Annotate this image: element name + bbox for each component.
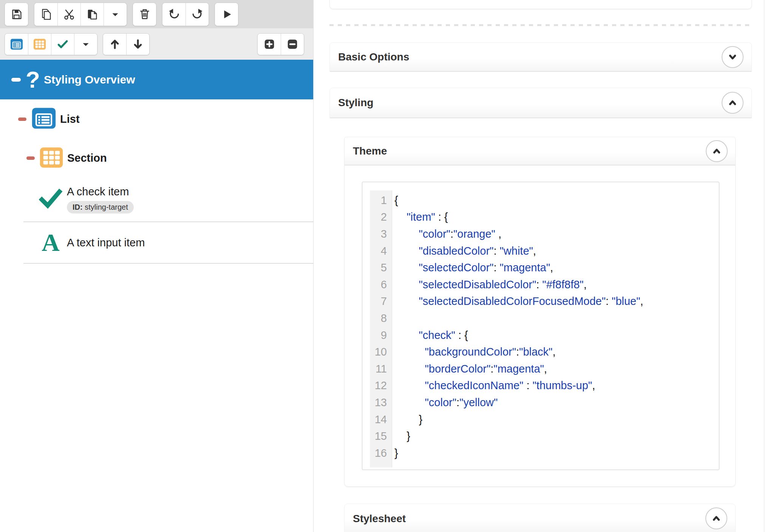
caret-down-icon [79, 38, 92, 51]
code-text: "item" : { [392, 211, 448, 223]
arrow-up-button[interactable] [103, 34, 126, 55]
tree-item-text-input[interactable]: A A text input item [0, 222, 313, 263]
check-icon [39, 187, 62, 212]
styling-collapse-button[interactable] [722, 92, 744, 114]
plus-button[interactable] [258, 34, 281, 55]
redo-button[interactable] [186, 3, 209, 26]
theme-header[interactable]: Theme [345, 137, 735, 165]
toolbar-group [5, 33, 97, 55]
arrow-up-icon [108, 38, 121, 51]
code-text: "selectedDisabledColor": "#f8f8f8", [392, 278, 587, 291]
section-title: Stylesheet [353, 513, 406, 525]
toolbar-group [215, 3, 238, 26]
code-line: 3 "color":"orange" , [370, 226, 717, 243]
stylesheet-collapse-button[interactable] [705, 507, 727, 529]
copy-icon [40, 8, 53, 21]
chevron-up-icon [711, 145, 722, 157]
undo-icon [168, 8, 181, 21]
paste-button[interactable] [80, 3, 104, 26]
tree-item-list[interactable]: List [0, 99, 313, 139]
plus-icon [263, 38, 276, 51]
code-line: 10 "backgroundColor":"black", [370, 343, 717, 360]
code-text: } [392, 413, 422, 426]
tree-item-styling-overview[interactable]: ? Styling Overview [0, 60, 313, 99]
caret-down-button[interactable] [74, 34, 97, 55]
arrow-down-icon [131, 38, 144, 51]
item-toolbar-left [5, 33, 150, 55]
tree-divider [23, 263, 313, 264]
form-designer-app: ? Styling Overview List [0, 0, 773, 532]
section-title: Theme [353, 145, 387, 157]
code-text: "borderColor":"magenta", [392, 363, 547, 375]
code-text: "disabledColor": "white", [392, 245, 536, 257]
caret-down-button[interactable] [104, 3, 127, 26]
section-title: Basic Options [338, 51, 409, 63]
collapse-icon[interactable] [18, 118, 26, 121]
stylesheet-header[interactable]: Stylesheet [344, 504, 736, 532]
code-line: 9 "check" : { [370, 327, 717, 344]
item-toolbar [0, 28, 313, 60]
toolbar-group [162, 3, 209, 26]
code-text: "backgroundColor":"black", [392, 346, 555, 358]
theme-collapse-button[interactable] [706, 140, 728, 162]
grid-button[interactable] [28, 34, 51, 55]
tree-item-check[interactable]: A check item ID: styling-target [0, 178, 313, 221]
line-number: 14 [370, 413, 392, 426]
arrow-down-button[interactable] [126, 34, 149, 55]
save-icon [10, 8, 23, 21]
play-button[interactable] [215, 3, 238, 26]
save-button[interactable] [5, 3, 28, 26]
dashed-separator [329, 24, 752, 26]
list-button[interactable] [5, 34, 28, 55]
code-line: 7 "selectedDisabledColorFocusedMode": "b… [370, 293, 717, 310]
play-icon [220, 8, 233, 21]
minus-icon [286, 38, 299, 51]
trash-button[interactable] [133, 3, 156, 26]
collapse-icon[interactable] [11, 78, 21, 82]
cut-button[interactable] [57, 3, 80, 26]
designer-left-panel: ? Styling Overview List [0, 0, 314, 532]
question-mark-icon: ? [26, 68, 40, 91]
tree-item-label: A check item [67, 186, 129, 198]
tree-item-section[interactable]: Section [0, 139, 313, 178]
panel-scroll-edge[interactable] [764, 0, 764, 532]
code-text: "checkedIconName" : "thumbs-up", [392, 379, 595, 392]
code-text: } [392, 447, 398, 459]
tree-item-text-block: A check item ID: styling-target [67, 186, 134, 213]
code-text: "color":"orange" , [392, 228, 501, 240]
styling-header[interactable]: Styling [329, 88, 752, 118]
item-id-badge: ID: styling-target [67, 201, 134, 213]
cut-icon [63, 8, 76, 21]
toolbar-group [133, 3, 156, 26]
code-line: 15 } [370, 428, 717, 445]
section-icon [39, 145, 63, 171]
collapse-icon[interactable] [26, 156, 35, 160]
check-button[interactable] [51, 34, 74, 55]
theme-card: Theme 1{2 "item" : {3 "color":"orange" ,… [344, 137, 736, 487]
properties-panel: Basic Options Styling Theme [314, 0, 773, 532]
code-text: "check" : { [392, 329, 468, 342]
chevron-up-icon [711, 513, 722, 524]
line-number: 12 [370, 379, 392, 392]
code-line: 1{ [370, 192, 717, 209]
theme-json-editor[interactable]: 1{2 "item" : {3 "color":"orange" ,4 "dis… [362, 182, 719, 470]
list-icon [10, 38, 23, 51]
code-line: 16} [370, 445, 717, 462]
code-line: 6 "selectedDisabledColor": "#f8f8f8", [370, 276, 717, 293]
line-number: 4 [370, 245, 392, 257]
grid-icon [33, 38, 46, 51]
minus-button[interactable] [281, 34, 304, 55]
previous-section-card [329, 0, 752, 9]
line-number: 7 [370, 295, 392, 308]
item-id-label: ID: [73, 203, 83, 211]
code-text: "color":"yellow" [392, 396, 498, 409]
chevron-up-icon [727, 97, 738, 108]
line-number: 16 [370, 447, 392, 459]
basic-options-expand-button[interactable] [722, 46, 744, 68]
line-number: 13 [370, 396, 392, 409]
copy-button[interactable] [34, 3, 57, 26]
undo-button[interactable] [162, 3, 186, 26]
code-line: 8 [370, 310, 717, 327]
basic-options-header[interactable]: Basic Options [329, 42, 752, 72]
code-line: 11 "borderColor":"magenta", [370, 360, 717, 377]
